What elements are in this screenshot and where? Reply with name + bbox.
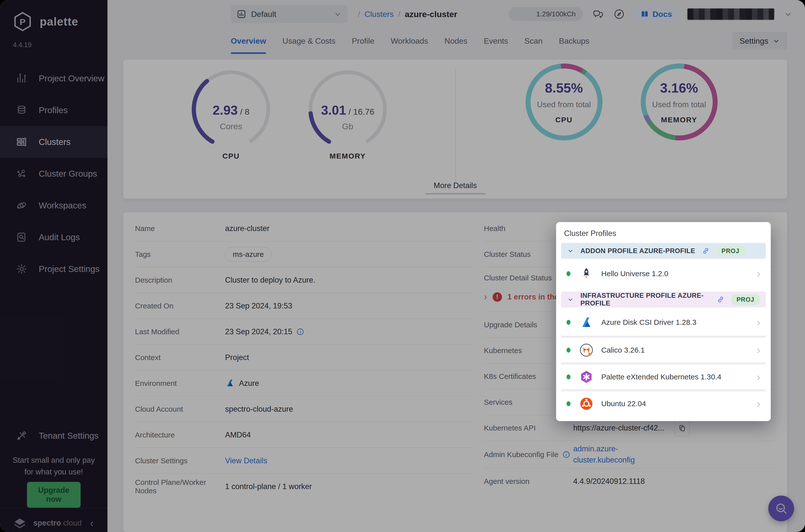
addon-profile-section-header[interactable]: ADDON PROFILE AZURE-PROFILE PROJ — [561, 243, 766, 259]
app-window: P palette 4.4.19 Project Overview Profil… — [0, 0, 805, 532]
status-dot — [567, 271, 571, 276]
cluster-profiles-panel: Cluster Profiles ADDON PROFILE AZURE-PRO… — [556, 222, 771, 421]
link-icon[interactable] — [702, 247, 710, 255]
chevron-right-icon: › — [756, 398, 760, 409]
status-dot — [567, 320, 571, 325]
chevron-right-icon: › — [756, 345, 760, 356]
status-dot — [567, 375, 571, 379]
chevron-right-icon: › — [756, 372, 760, 382]
profile-item-calico[interactable]: Calico 3.26.1 › — [561, 336, 766, 362]
infrastructure-profile-section-header[interactable]: INFRASTRUCTURE PROFILE AZURE-PROFILE PRO… — [561, 291, 766, 307]
profile-item-ubuntu[interactable]: Ubuntu 22.04 › — [561, 389, 766, 416]
infrastructure-profile-items: Azure Disk CSI Driver 1.28.3 › Calico 3.… — [561, 309, 766, 416]
status-dot — [567, 401, 571, 406]
chevron-down-icon — [567, 296, 574, 303]
chevron-right-icon: › — [756, 268, 760, 279]
scope-badge: PROJ — [716, 245, 745, 256]
chevron-right-icon: › — [756, 317, 760, 328]
profile-item-hello-universe[interactable]: Hello Universe 1.2.0 › — [561, 260, 766, 287]
profile-item-azure-disk-csi[interactable]: Azure Disk CSI Driver 1.28.3 › — [561, 309, 766, 336]
pxk-icon — [579, 370, 593, 384]
azure-disk-icon — [579, 316, 593, 329]
addon-profile-items: Hello Universe 1.2.0 › — [561, 260, 766, 287]
status-dot — [567, 348, 571, 353]
link-icon[interactable] — [717, 296, 725, 303]
calico-icon — [579, 343, 593, 357]
hello-universe-icon — [579, 267, 593, 281]
profile-item-palette-extended-kubernetes[interactable]: Palette eXtended Kubernetes 1.30.4 › — [561, 362, 766, 389]
cluster-profiles-title: Cluster Profiles — [556, 222, 771, 243]
chevron-down-icon — [567, 247, 574, 254]
ubuntu-icon — [579, 397, 593, 411]
scope-badge: PROJ — [731, 294, 760, 305]
